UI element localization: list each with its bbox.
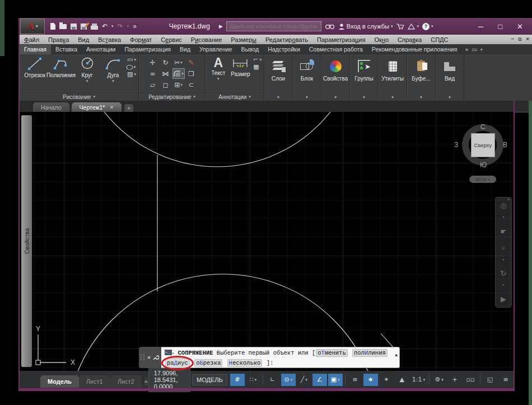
- offset-button[interactable]: ▱: [147, 79, 159, 90]
- menu-item-9[interactable]: Параметризация: [312, 36, 370, 43]
- panel-groups[interactable]: ➤ Группы ▾: [350, 54, 379, 101]
- menu-item-2[interactable]: Вид: [73, 36, 94, 43]
- annotation-scale-toggle[interactable]: 1:1▾: [410, 374, 427, 386]
- tab-drawing1[interactable]: Чертеж1* ✕: [72, 102, 122, 112]
- qat-more-icon[interactable]: »: [133, 23, 137, 30]
- annotation-visibility-toggle[interactable]: ★: [363, 374, 378, 386]
- panel-layers[interactable]: Слои ▾: [264, 54, 293, 101]
- grip-dots-icon[interactable]: [141, 355, 145, 360]
- command-line-window[interactable]: ✕ ▾ СОПРЯЖЕНИЕ Выберите первый объект ил…: [139, 347, 400, 368]
- viewcube-face[interactable]: Сверху: [471, 133, 495, 157]
- clean-screen-toggle[interactable]: ◱: [483, 374, 497, 386]
- minimize-button[interactable]: ─: [478, 22, 483, 31]
- line-button[interactable]: Отрезок: [22, 56, 48, 78]
- menu-item-11[interactable]: Справка: [393, 36, 426, 43]
- menu-item-8[interactable]: Редактировать: [261, 36, 312, 43]
- viewcube-west[interactable]: З: [454, 141, 458, 149]
- mdi-restore-button[interactable]: ⧉: [518, 36, 521, 43]
- tab-start[interactable]: Начало: [33, 102, 69, 112]
- isodraft-toggle[interactable]: ╱▾: [297, 374, 311, 386]
- annotation-autoscale-toggle[interactable]: ✶: [379, 374, 394, 386]
- text-caret-icon[interactable]: ▾: [217, 77, 220, 81]
- ribbon-tab-3[interactable]: Параметризация: [120, 45, 176, 54]
- undo-caret-icon[interactable]: ▾: [111, 24, 114, 29]
- panel-utilities[interactable]: Утилиты ▾: [379, 54, 407, 101]
- polar-tracking-caret-icon[interactable]: ▾: [291, 378, 293, 382]
- drawing-viewport[interactable]: YX Свойства Сверху С Ю З В МСК▾ ✕ ◎▾ ☛ ⌕…: [20, 112, 514, 371]
- stretch-button[interactable]: ⊂: [185, 79, 198, 90]
- fillet-button[interactable]: ▾: [172, 68, 185, 79]
- viewcube-north[interactable]: С: [480, 123, 486, 131]
- zoom-icon[interactable]: ⌕: [501, 243, 505, 252]
- navbar-close-icon[interactable]: ✕: [507, 197, 510, 202]
- polar-tracking-toggle[interactable]: ⊙▾: [281, 374, 296, 386]
- option-chip-1-1[interactable]: полИлиния: [352, 349, 388, 357]
- menu-item-0[interactable]: Файл: [20, 36, 44, 43]
- pan-icon[interactable]: ☛: [500, 227, 507, 236]
- a360-button[interactable]: ▾: [408, 23, 419, 30]
- command-prompt[interactable]: ▾ СОПРЯЖЕНИЕ Выберите первый объект или …: [161, 347, 400, 368]
- wrench-icon[interactable]: [152, 354, 159, 361]
- workspace-settings-toggle[interactable]: ⚙▾: [432, 374, 446, 386]
- ribbon-state-caret-icon[interactable]: ▾: [480, 48, 483, 52]
- app-menu-button[interactable]: A ▾: [20, 18, 45, 34]
- annotation-scale-caret-icon[interactable]: ▾: [423, 378, 425, 382]
- fillet-caret-icon[interactable]: ▾: [181, 72, 184, 76]
- tab-close-icon[interactable]: ✕: [109, 105, 114, 110]
- panel-modify-footer[interactable]: Редактирование▾: [139, 92, 205, 101]
- panel-annotate-footer[interactable]: Аннотации▾: [206, 92, 264, 101]
- sign-in-button[interactable]: Вход в службы▾: [338, 23, 393, 30]
- ellipse-button[interactable]: ○▾: [127, 64, 136, 70]
- array-caret-icon[interactable]: ▾: [180, 83, 183, 87]
- object-snap-caret-icon[interactable]: ▾: [338, 378, 340, 382]
- close-button[interactable]: ✕: [517, 22, 523, 31]
- arc-button[interactable]: Дуга ▾: [100, 56, 126, 83]
- circle-caret-icon[interactable]: ▾: [86, 79, 88, 83]
- command-line-handle[interactable]: ✕: [139, 347, 161, 368]
- wcs-button[interactable]: МСК▾: [469, 176, 496, 183]
- trim-caret-icon[interactable]: ▾: [180, 60, 183, 65]
- ribbon-tab-2[interactable]: Аннотации: [82, 45, 120, 54]
- option-chip-2-1[interactable]: оБрезка: [194, 359, 222, 367]
- ribbon-tab-8[interactable]: Совместная работа: [305, 45, 367, 54]
- mirror-button[interactable]: ⋈: [160, 68, 172, 79]
- new-drawing-tab-button[interactable]: +: [124, 104, 133, 112]
- rectangle-button[interactable]: ▭▾: [127, 57, 136, 63]
- explode-button[interactable]: ❒: [185, 68, 198, 79]
- recent-commands-icon[interactable]: [165, 350, 172, 355]
- properties-palette-tab[interactable]: Свойства: [21, 115, 32, 367]
- drawing-circle[interactable]: [73, 112, 361, 167]
- ribbon-tab-6[interactable]: Вывод: [236, 45, 263, 54]
- trim-button[interactable]: ✂▾: [172, 57, 185, 68]
- command-close-icon[interactable]: ✕: [147, 354, 151, 361]
- object-snap-toggle[interactable]: ▣▾: [328, 374, 343, 386]
- layout-tab-list1[interactable]: Лист1: [79, 375, 110, 388]
- ribbon-expand-icon[interactable]: »: [465, 46, 468, 53]
- rotate-button[interactable]: ↻: [160, 57, 172, 68]
- arc-caret-icon[interactable]: ▾: [112, 79, 114, 83]
- undo-icon[interactable]: ↶: [102, 23, 108, 30]
- viewcube-south[interactable]: Ю: [480, 161, 487, 169]
- table-button[interactable]: ▦: [253, 64, 262, 70]
- panel-draw-footer[interactable]: Рисование▾: [20, 92, 138, 101]
- menu-item-4[interactable]: Формат: [125, 36, 156, 43]
- crosshair-toggle[interactable]: +: [447, 374, 462, 386]
- model-space-badge[interactable]: МОДЕЛЬ: [192, 374, 227, 385]
- navigation-bar[interactable]: ✕ ◎▾ ☛ ⌕▾ ↻▾ ▶ ◦: [495, 197, 512, 308]
- ribbon-tab-0[interactable]: Главная: [20, 45, 51, 54]
- layout-tab-model[interactable]: Модель: [40, 375, 79, 388]
- search-input[interactable]: [226, 21, 321, 31]
- command-history-up-icon[interactable]: ▲: [395, 351, 398, 360]
- move-button[interactable]: ✛: [147, 57, 159, 68]
- layout-tab-list2[interactable]: Лист2: [110, 375, 142, 388]
- redo-icon[interactable]: ↷: [118, 23, 123, 30]
- ribbon-tab-4[interactable]: Вид: [175, 45, 195, 54]
- menu-item-1[interactable]: Правка: [44, 36, 73, 43]
- orbit-icon[interactable]: ↻: [501, 269, 507, 277]
- annotation-scale-flag-toggle[interactable]: ▲: [395, 374, 409, 386]
- ribbon-tab-9[interactable]: Рекомендованные приложения: [367, 45, 462, 54]
- hatch-button[interactable]: ▨▾: [127, 72, 136, 77]
- model-space-canvas[interactable]: YX: [20, 112, 514, 371]
- mdi-close-button[interactable]: ✕: [525, 36, 530, 43]
- erase-button[interactable]: ✎: [185, 57, 198, 68]
